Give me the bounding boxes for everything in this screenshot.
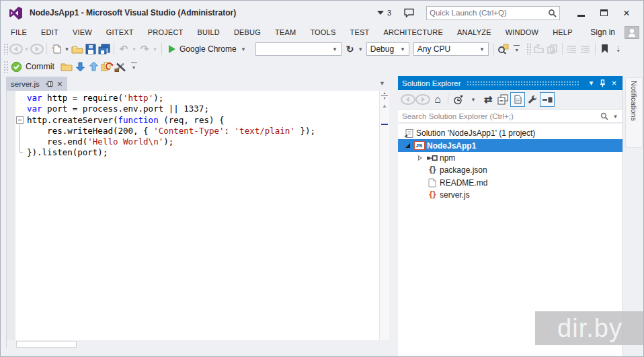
frame-navigation-icon[interactable] — [532, 42, 546, 56]
pending-changes-filter-icon[interactable] — [451, 92, 466, 107]
solution-configuration-combobox[interactable]: Debug ▾ — [366, 42, 409, 56]
tree-item-npm[interactable]: npm — [398, 152, 622, 164]
tree-item-solution-nodejsapp1-1-project[interactable]: Solution 'NodeJsApp1' (1 project) — [398, 127, 622, 139]
toolbar-overflow-icon[interactable]: ⁞▾ — [612, 42, 625, 56]
se-forward-icon[interactable] — [415, 94, 430, 105]
toolbar-options-dropdown-icon[interactable]: ▾ — [127, 59, 140, 74]
editor-margin[interactable] — [7, 91, 15, 348]
run-options-combobox[interactable]: ▾ — [255, 42, 341, 56]
new-file-icon[interactable] — [50, 42, 63, 56]
tree-item-nodejsapp1[interactable]: JSNodeJsApp1 — [398, 139, 622, 151]
open-file-icon[interactable] — [71, 42, 84, 56]
minimize-button[interactable] — [569, 5, 592, 21]
redo-dropdown-icon[interactable]: ▾ — [151, 42, 159, 56]
editor-horizontal-scrollbar[interactable] — [7, 340, 389, 348]
menu-item-help[interactable]: HELP — [553, 28, 573, 36]
navigate-backward-icon[interactable] — [9, 44, 23, 54]
editor-vertical-scrollbar[interactable]: ▴▾ ▲ ▼ — [379, 91, 389, 348]
sign-in-link[interactable]: Sign in — [590, 28, 615, 37]
properties-wrench-icon[interactable] — [525, 92, 540, 107]
copy-frame-icon[interactable] — [546, 42, 559, 56]
increase-indent-icon[interactable] — [579, 42, 592, 56]
user-avatar-icon[interactable] — [625, 26, 639, 39]
tree-item-readme-md[interactable]: README.md — [398, 177, 622, 189]
find-in-files-icon[interactable] — [497, 42, 510, 56]
show-all-files-icon[interactable] — [510, 92, 525, 107]
home-icon[interactable]: ⌂ — [430, 92, 445, 107]
code-fold-toggle[interactable] — [16, 116, 24, 124]
git-pull-icon[interactable] — [73, 59, 87, 74]
code-lines[interactable]: var http = require('http');var port = pr… — [27, 93, 378, 159]
menu-item-analyze[interactable]: ANALYZE — [457, 28, 491, 36]
scroll-up-icon[interactable]: ▲ — [380, 103, 389, 109]
sync-with-active-document-icon[interactable]: ⇄ — [481, 92, 495, 107]
panel-drag-grip[interactable] — [467, 81, 580, 85]
menu-item-window[interactable]: WINDOW — [506, 28, 538, 36]
commit-button[interactable]: Commit — [26, 62, 54, 71]
bookmark-icon[interactable] — [598, 42, 612, 56]
pin-icon[interactable] — [45, 81, 53, 87]
editor-split-handle[interactable]: ▴▾ — [380, 91, 389, 100]
tab-server-js[interactable]: server.js × — [6, 77, 67, 91]
toolbar-grip[interactable] — [526, 43, 531, 55]
tab-close-icon[interactable]: × — [57, 80, 63, 88]
preview-selected-items-icon[interactable] — [540, 92, 555, 107]
panel-pin-icon[interactable] — [597, 77, 608, 89]
decrease-indent-icon[interactable] — [565, 42, 579, 56]
git-browse-repository-icon[interactable] — [60, 59, 73, 74]
git-push-icon[interactable] — [87, 59, 100, 74]
panel-position-dropdown-icon[interactable]: ▾ — [586, 77, 597, 89]
code-line[interactable]: res.writeHead(200, { 'Content-Type': 'te… — [27, 126, 378, 136]
maximize-button[interactable] — [592, 5, 615, 21]
solution-explorer-title-bar[interactable]: Solution Explorer ▾ × — [398, 76, 622, 90]
code-editor[interactable]: var http = require('http');var port = pr… — [6, 91, 389, 348]
git-settings-tools-icon[interactable] — [114, 59, 127, 74]
start-debugging-button[interactable]: Google Chrome ▾ — [165, 42, 253, 56]
document-list-dropdown-icon[interactable]: ▼ — [379, 80, 385, 87]
menu-item-view[interactable]: VIEW — [73, 28, 92, 36]
toolbar-grip[interactable] — [3, 43, 8, 55]
notifications-flag-button[interactable]: 3 — [376, 9, 391, 17]
tree-collapsed-icon[interactable] — [418, 155, 422, 161]
code-line[interactable]: var http = require('http'); — [27, 93, 378, 104]
tree-item-package-json[interactable]: {}package.json — [398, 164, 622, 176]
notifications-tab[interactable]: Notifications — [625, 77, 643, 148]
undo-icon[interactable]: ↶ — [117, 42, 130, 56]
redo-icon[interactable]: ↷ — [138, 42, 151, 56]
code-line[interactable]: }).listen(port); — [27, 147, 378, 158]
menu-item-file[interactable]: FILE — [11, 28, 27, 36]
code-line[interactable]: var port = process.env.port || 1337; — [27, 104, 378, 114]
navigate-forward-icon[interactable] — [30, 44, 44, 54]
solution-platform-combobox[interactable]: Any CPU ▾ — [413, 42, 489, 56]
feedback-icon[interactable] — [403, 8, 415, 18]
menu-item-edit[interactable]: EDIT — [41, 28, 58, 36]
refresh-dropdown-icon[interactable]: ▾ — [357, 42, 364, 56]
tree-item-server-js[interactable]: {}server.js — [398, 189, 622, 201]
search-options-dropdown-icon[interactable]: ▾ — [612, 113, 619, 120]
menu-item-gitext[interactable]: GITEXT — [106, 28, 134, 36]
solution-search-input[interactable] — [398, 112, 600, 120]
menu-item-architecture[interactable]: ARCHITECTURE — [383, 28, 443, 36]
solution-explorer-search[interactable]: ▾ — [398, 109, 622, 123]
find-options-dropdown-icon[interactable]: ▾ — [510, 42, 524, 56]
menu-item-debug[interactable]: DEBUG — [234, 28, 261, 36]
git-sync-icon[interactable] — [100, 59, 114, 74]
commit-check-icon[interactable] — [9, 59, 23, 74]
quick-launch[interactable] — [426, 6, 560, 20]
tree-expanded-icon[interactable] — [405, 143, 410, 148]
refresh-icon[interactable]: ↻ — [344, 42, 357, 56]
quick-launch-input[interactable] — [427, 9, 548, 17]
save-all-icon[interactable] — [97, 42, 111, 56]
filter-dropdown-icon[interactable]: ▾ — [466, 92, 481, 107]
toolbar-grip[interactable] — [3, 61, 8, 73]
undo-dropdown-icon[interactable]: ▾ — [130, 42, 138, 56]
save-icon[interactable] — [84, 42, 97, 56]
menu-item-build[interactable]: BUILD — [198, 28, 220, 36]
menu-item-project[interactable]: PROJECT — [148, 28, 184, 36]
navigate-back-dropdown-icon[interactable]: ▾ — [23, 42, 30, 56]
panel-close-icon[interactable]: × — [608, 77, 620, 89]
menu-item-team[interactable]: TEAM — [275, 28, 296, 36]
scrollbar-thumb[interactable] — [16, 341, 77, 348]
menu-item-test[interactable]: TEST — [350, 28, 369, 36]
collapse-all-icon[interactable] — [495, 92, 510, 107]
